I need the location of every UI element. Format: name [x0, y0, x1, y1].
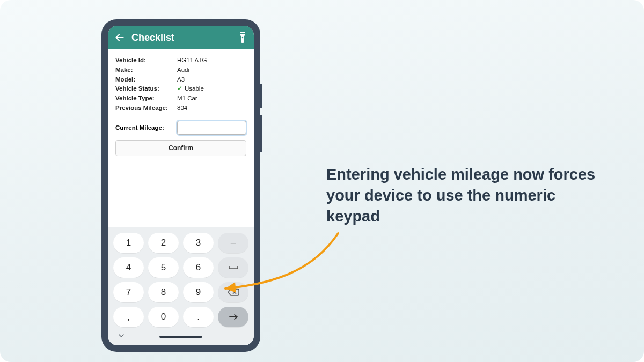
- key-5[interactable]: 5: [148, 257, 179, 278]
- phone-side-button: [260, 115, 262, 152]
- label: Vehicle Status:: [115, 84, 177, 94]
- key-comma[interactable]: ,: [113, 307, 144, 327]
- current-mileage-label: Current Mileage:: [115, 124, 177, 131]
- back-icon[interactable]: [114, 32, 125, 43]
- value: 804: [177, 104, 246, 113]
- key-2[interactable]: 2: [148, 233, 179, 253]
- check-icon: ✓: [177, 84, 182, 94]
- value: HG11 ATG: [177, 56, 246, 65]
- home-indicator: [159, 336, 202, 338]
- key-dot[interactable]: .: [183, 307, 214, 327]
- value: A3: [177, 75, 246, 85]
- detail-row-prev-mileage: Previous Mileage: 804: [115, 104, 246, 113]
- key-1[interactable]: 1: [113, 233, 144, 253]
- canvas: Checklist Vehicle Id: HG11 ATG Make: Aud…: [0, 0, 644, 362]
- vehicle-details: Vehicle Id: HG11 ATG Make: Audi Model: A…: [108, 49, 254, 116]
- text-caret: [181, 123, 181, 132]
- detail-row-status: Vehicle Status: ✓ Usable: [115, 84, 246, 94]
- key-0[interactable]: 0: [148, 307, 179, 327]
- label: Vehicle Id:: [115, 56, 177, 65]
- key-7[interactable]: 7: [113, 282, 144, 302]
- label: Previous Mileage:: [115, 104, 177, 113]
- key-4[interactable]: 4: [113, 257, 144, 278]
- annotation-text: Entering vehicle mileage now forces your…: [326, 164, 605, 227]
- keyboard-bottom-bar: [113, 331, 248, 342]
- phone-frame: Checklist Vehicle Id: HG11 ATG Make: Aud…: [101, 19, 260, 352]
- svg-marker-6: [225, 282, 236, 293]
- key-8[interactable]: 8: [148, 282, 179, 302]
- detail-row-make: Make: Audi: [115, 65, 246, 75]
- current-mileage-row: Current Mileage:: [108, 116, 254, 140]
- value: Audi: [177, 65, 246, 75]
- value: M1 Car: [177, 94, 246, 104]
- label: Vehicle Type:: [115, 94, 177, 104]
- detail-row-vehicle-id: Vehicle Id: HG11 ATG: [115, 56, 246, 65]
- svg-point-2: [242, 37, 244, 39]
- label: Make:: [115, 65, 177, 75]
- phone-side-button: [260, 84, 262, 108]
- value: ✓ Usable: [177, 84, 246, 94]
- confirm-button[interactable]: Confirm: [115, 140, 246, 156]
- svg-rect-1: [240, 32, 245, 33]
- status-text: Usable: [185, 84, 204, 94]
- current-mileage-input[interactable]: [177, 121, 246, 135]
- label: Model:: [115, 75, 177, 85]
- appbar: Checklist: [108, 26, 254, 49]
- annotation-arrow: [209, 225, 365, 300]
- detail-row-type: Vehicle Type: M1 Car: [115, 94, 246, 104]
- detail-row-model: Model: A3: [115, 75, 246, 85]
- content-spacer: [108, 156, 254, 227]
- flashlight-icon[interactable]: [238, 32, 247, 43]
- key-enter[interactable]: [218, 307, 248, 327]
- chevron-down-icon[interactable]: [118, 333, 125, 340]
- appbar-title: Checklist: [131, 32, 231, 43]
